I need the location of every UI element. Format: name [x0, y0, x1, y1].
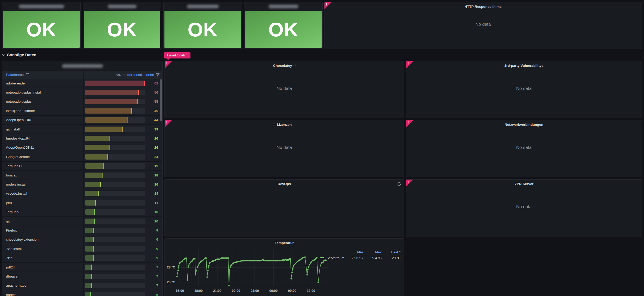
error-corner-icon[interactable]	[406, 120, 413, 127]
table-row: Firefox9	[2, 226, 162, 235]
status-background: OK	[3, 11, 80, 48]
install-count-gauge	[83, 152, 146, 161]
y-axis-tick: 26 °C	[167, 280, 175, 284]
table-row: notepadplusplus55	[2, 97, 162, 106]
panel-package-table: Paketname Anzahl der Installationen adob…	[2, 61, 163, 296]
package-name: notepadplusplus	[2, 100, 83, 103]
section-header-sonstige-daten[interactable]: Sonstige Daten	[3, 51, 36, 59]
column-header-paketname[interactable]: Paketname	[2, 71, 83, 79]
status-background: OK	[84, 11, 160, 48]
package-name: pdf24	[2, 265, 83, 269]
table-row: AdoptOpenJDK1126	[2, 143, 162, 152]
status-background: OK	[245, 11, 322, 48]
filter-funnel-icon[interactable]	[25, 73, 29, 77]
package-name: git	[2, 219, 83, 223]
status-background: OK	[164, 11, 241, 48]
panel-title[interactable]: Lizenzen	[165, 120, 404, 129]
table-row: 7zip9	[2, 253, 162, 262]
filter-funnel-icon[interactable]	[156, 73, 160, 77]
panel-vpn-server: ! VPN Server No data	[406, 179, 642, 236]
section-label: Sonstige Daten	[7, 52, 36, 57]
install-count-gauge	[83, 226, 146, 235]
status-value: OK	[268, 18, 298, 41]
panel-title[interactable]: Chocolatey	[165, 61, 404, 70]
table-row: adobereader62	[2, 79, 162, 88]
legend-min-header[interactable]: Min	[346, 249, 365, 255]
temperature-line-chart: 15:0018:0021:0000:0003:0006:0009:0012:00…	[165, 239, 404, 296]
panel-title-text: 3rd-party Vulnerabilitys	[504, 64, 543, 68]
no-data-text: No data	[165, 145, 404, 150]
table-row: 7zip.install9	[2, 244, 162, 253]
table-row: jre811	[2, 198, 162, 207]
table-scrollbar-thumb[interactable]	[160, 79, 162, 121]
install-count-gauge	[83, 180, 146, 189]
stat-panel-2-header[interactable]	[83, 2, 161, 11]
panel-title-text: Lizenzen	[277, 123, 292, 127]
table-row: nodejs.install16	[2, 180, 162, 189]
table-row: AdoptOpenJDK844	[2, 116, 162, 125]
install-count-gauge	[83, 244, 146, 253]
table-row: nodejs6	[2, 290, 162, 296]
package-name: dbeaver	[2, 274, 83, 278]
error-corner-icon[interactable]	[406, 180, 413, 187]
error-exclamation: !	[408, 180, 409, 183]
legend-max-header[interactable]: Max	[365, 249, 384, 255]
panel-title[interactable]: Netzwerkverbindungen	[406, 120, 642, 129]
panel-temperatur: Temperatur 15:0018:0021:0000:0003:0006:0…	[164, 238, 404, 296]
panel-title[interactable]: DevOps	[165, 180, 404, 188]
install-count-gauge	[83, 162, 146, 170]
table-panel-header[interactable]	[2, 61, 162, 71]
x-axis-tick: 03:00	[251, 289, 259, 293]
panel-title[interactable]: 3rd-party Vulnerabilitys	[406, 61, 642, 70]
column-header-anzahl[interactable]: Anzahl der Installationen	[83, 71, 162, 79]
legend-min-value: 25.6 °C	[346, 255, 365, 261]
package-name: nodejs.install	[2, 182, 83, 186]
table-row: Temurin810	[2, 207, 162, 216]
table-row: pdf247	[2, 263, 162, 272]
install-count-gauge	[83, 207, 146, 216]
y-axis-tick: 28 °C	[167, 266, 175, 269]
table-row: git.install39	[2, 125, 162, 134]
x-axis-tick: 15:00	[176, 289, 184, 293]
panel-title-text: VPN Server	[514, 182, 534, 186]
table-row: GoogleChrome24	[2, 152, 162, 161]
panel-devops: DevOps	[164, 179, 404, 236]
error-corner-icon[interactable]	[165, 120, 172, 127]
legend-last-header[interactable]: Last *	[384, 249, 402, 255]
install-count-gauge	[83, 106, 146, 115]
panel-menu-chevron-icon[interactable]	[294, 64, 296, 66]
column-label: Paketname	[6, 73, 24, 77]
install-count-gauge	[83, 198, 146, 207]
error-corner-icon[interactable]	[406, 61, 413, 68]
error-corner-icon[interactable]	[324, 2, 331, 9]
install-count-gauge	[83, 134, 146, 143]
stat-panel-1-header[interactable]	[2, 2, 80, 11]
stat-panel-4-header[interactable]	[244, 2, 322, 11]
panel-title-text: Temperatur	[275, 241, 294, 245]
panel-title[interactable]: VPN Server	[406, 180, 642, 188]
no-data-text: No data	[406, 86, 642, 91]
install-count-gauge	[83, 281, 146, 290]
install-count-gauge	[83, 235, 146, 244]
error-exclamation: !	[166, 62, 167, 65]
panel-http-response: ! HTTP Response in ms No data	[324, 2, 642, 49]
install-count-gauge	[83, 143, 146, 152]
package-name: AdoptOpenJDK8	[2, 118, 83, 122]
legend-series-name[interactable]: Serverraum	[327, 256, 344, 260]
install-count-gauge	[83, 290, 146, 296]
panel-title[interactable]: Temperatur	[165, 239, 404, 247]
error-exclamation: !	[408, 62, 409, 65]
error-exclamation: !	[166, 121, 167, 124]
error-corner-icon[interactable]	[165, 61, 172, 68]
panel-title[interactable]: HTTP Response in ms	[324, 2, 642, 11]
install-count-gauge	[83, 125, 146, 134]
series-color-swatch	[320, 257, 324, 258]
grafana-dashboard: OK OK OK OK ! HTTP Response in ms No dat…	[0, 0, 644, 296]
no-data-text: No data	[324, 22, 642, 27]
error-tooltip: Failed to fetch	[164, 52, 190, 58]
stat-panel-3-header[interactable]	[164, 2, 242, 11]
status-value: OK	[107, 18, 137, 41]
install-count-gauge	[83, 79, 146, 88]
panel-title-text: DevOps	[278, 182, 291, 186]
panel-title-text: HTTP Response in ms	[464, 5, 501, 9]
